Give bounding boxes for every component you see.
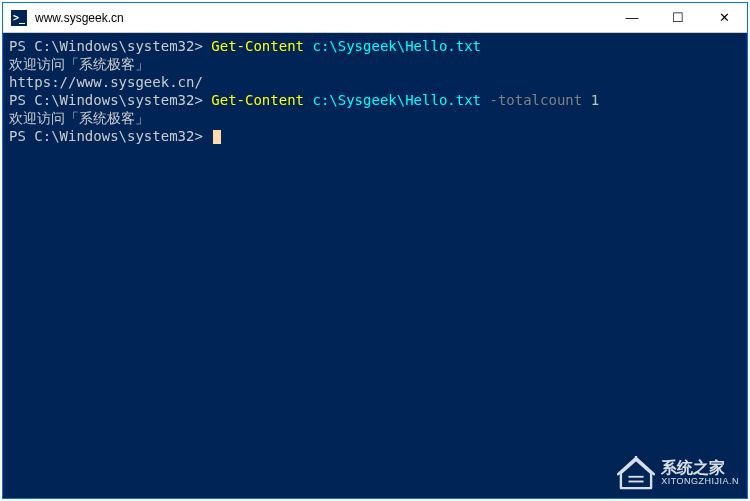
terminal-prompt (582, 92, 590, 108)
minimize-button[interactable]: — (609, 3, 655, 32)
terminal-area[interactable]: PS C:\Windows\system32> Get-Content c:\S… (3, 33, 747, 498)
window-controls: — ☐ ✕ (609, 3, 747, 32)
terminal-arg: c:\Sysgeek\Hello.txt (312, 92, 481, 108)
terminal-output: https://www.sysgeek.cn/ (9, 74, 203, 90)
terminal-value: 1 (591, 92, 599, 108)
close-button[interactable]: ✕ (701, 3, 747, 32)
watermark-en: XITONGZHIJIA.N (661, 477, 739, 487)
window-title: www.sysgeek.cn (35, 11, 609, 25)
watermark-text: 系统之家 XITONGZHIJIA.N (661, 459, 739, 486)
terminal-line: PS C:\Windows\system32> (9, 127, 741, 145)
terminal-line: 欢迎访问「系统极客」 (9, 109, 741, 127)
powershell-icon: >_ (11, 10, 27, 26)
cursor (213, 130, 221, 144)
terminal-line: 欢迎访问「系统极客」 (9, 55, 741, 73)
terminal-output: 欢迎访问「系统极客」 (9, 110, 149, 126)
titlebar[interactable]: >_ www.sysgeek.cn — ☐ ✕ (3, 3, 747, 33)
terminal-output: 欢迎访问「系统极客」 (9, 56, 149, 72)
house-icon (617, 456, 655, 490)
terminal-cmdlet: Get-Content (211, 38, 304, 54)
watermark-cn: 系统之家 (661, 459, 739, 477)
terminal-cmdlet: Get-Content (211, 92, 304, 108)
terminal-prompt: PS C:\Windows\system32> (9, 128, 211, 144)
terminal-line: PS C:\Windows\system32> Get-Content c:\S… (9, 37, 741, 55)
terminal-line: PS C:\Windows\system32> Get-Content c:\S… (9, 91, 741, 109)
terminal-param: -totalcount (489, 92, 582, 108)
maximize-button[interactable]: ☐ (655, 3, 701, 32)
terminal-prompt: PS C:\Windows\system32> (9, 92, 211, 108)
powershell-window: >_ www.sysgeek.cn — ☐ ✕ PS C:\Windows\sy… (2, 2, 748, 499)
terminal-line: https://www.sysgeek.cn/ (9, 73, 741, 91)
watermark: 系统之家 XITONGZHIJIA.N (617, 456, 739, 490)
powershell-icon-glyph: >_ (13, 12, 25, 23)
terminal-arg: c:\Sysgeek\Hello.txt (312, 38, 481, 54)
terminal-prompt: PS C:\Windows\system32> (9, 38, 211, 54)
